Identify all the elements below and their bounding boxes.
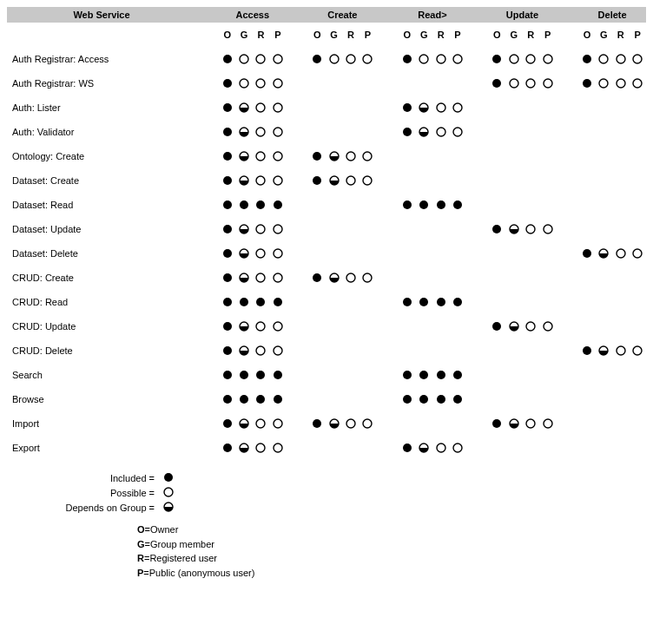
perm-cell <box>432 314 449 338</box>
svg-point-114 <box>256 346 265 355</box>
header-row-sub: OGRPOGRPOGRPOGRPOGRP <box>7 23 646 47</box>
perm-cell <box>612 338 629 363</box>
perm-cell <box>449 144 465 168</box>
perm-cell <box>359 314 376 338</box>
svg-point-38 <box>437 103 445 112</box>
perm-cell <box>522 436 538 460</box>
perm-cell <box>449 168 465 193</box>
perm-cell <box>309 241 326 266</box>
perm-cell <box>522 411 538 436</box>
svg-point-69 <box>419 200 428 209</box>
svg-point-155 <box>453 444 462 452</box>
perm-cell <box>432 168 449 193</box>
perm-cell <box>269 314 286 338</box>
perm-cell <box>253 363 269 387</box>
perm-cell <box>309 436 326 460</box>
svg-point-138 <box>256 419 265 428</box>
perm-cell <box>253 71 269 95</box>
perm-cell <box>399 95 415 120</box>
perm-cell <box>235 411 252 436</box>
svg-point-100 <box>403 298 412 306</box>
perm-cell <box>219 144 235 168</box>
perm-cell <box>253 411 269 436</box>
perm-cell <box>326 387 342 411</box>
perm-cell <box>359 217 376 241</box>
perm-cell <box>416 95 432 120</box>
perm-cell <box>539 144 556 168</box>
perm-cell <box>342 387 359 411</box>
perm-cell <box>342 95 359 120</box>
perm-cell <box>432 71 449 95</box>
perm-cell <box>596 266 612 290</box>
perm-cell <box>235 217 252 241</box>
perm-cell <box>416 71 432 95</box>
perm-cell <box>399 387 415 411</box>
svg-point-67 <box>274 200 282 209</box>
svg-point-78 <box>526 225 535 233</box>
perm-cell <box>269 193 286 217</box>
perm-cell <box>219 168 235 193</box>
perm-cell <box>416 47 432 71</box>
perm-cell <box>489 217 505 241</box>
svg-point-148 <box>223 444 232 452</box>
perm-cell <box>253 387 269 411</box>
perm-cell <box>505 168 522 193</box>
perm-cell <box>342 71 359 95</box>
perm-cell <box>505 144 522 168</box>
perm-cell <box>309 338 326 363</box>
perm-cell <box>578 266 595 290</box>
perm-cell <box>505 241 522 266</box>
svg-point-62 <box>346 176 355 185</box>
svg-point-143 <box>363 419 372 428</box>
subheader-R: R <box>342 23 359 47</box>
perm-cell <box>612 217 629 241</box>
perm-cell <box>269 387 286 411</box>
perm-cell <box>253 266 269 290</box>
subheader-G: G <box>505 23 522 47</box>
table-row: Auth Registrar: WS <box>7 71 646 95</box>
service-name: Dataset: Create <box>7 168 196 193</box>
subheader-G: G <box>235 23 252 47</box>
key-row: O=Owner <box>137 522 646 537</box>
perm-cell <box>489 144 505 168</box>
perm-cell <box>399 71 415 95</box>
svg-point-142 <box>346 419 355 428</box>
service-name: Auth Registrar: WS <box>7 71 196 95</box>
perm-cell <box>359 436 376 460</box>
perm-cell <box>309 387 326 411</box>
perm-cell <box>522 168 538 193</box>
perm-cell <box>432 120 449 144</box>
svg-point-11 <box>453 55 462 63</box>
svg-point-58 <box>256 176 265 185</box>
perm-cell <box>219 193 235 217</box>
svg-point-87 <box>633 249 642 258</box>
perm-cell <box>269 168 286 193</box>
perm-cell <box>612 144 629 168</box>
perm-cell <box>269 363 286 387</box>
svg-point-6 <box>346 55 355 63</box>
perm-cell <box>342 168 359 193</box>
svg-point-34 <box>256 103 265 112</box>
svg-point-46 <box>437 128 445 136</box>
perm-cell <box>326 71 342 95</box>
svg-point-121 <box>240 371 248 379</box>
perm-cell <box>505 314 522 338</box>
svg-point-65 <box>240 200 248 209</box>
perm-cell <box>629 144 646 168</box>
perm-cell <box>399 436 415 460</box>
perm-cell <box>612 95 629 120</box>
svg-point-29 <box>599 79 608 88</box>
perm-cell <box>449 120 465 144</box>
perm-cell <box>596 314 612 338</box>
perm-cell <box>326 338 342 363</box>
perm-cell <box>505 290 522 314</box>
service-name: Auth: Lister <box>7 95 196 120</box>
perm-cell <box>612 241 629 266</box>
perm-cell <box>416 387 432 411</box>
perm-cell <box>449 411 465 436</box>
empty-circle-icon <box>160 487 177 499</box>
perm-cell <box>578 387 595 411</box>
svg-point-154 <box>437 444 445 452</box>
perm-cell <box>269 144 286 168</box>
perm-cell <box>416 338 432 363</box>
